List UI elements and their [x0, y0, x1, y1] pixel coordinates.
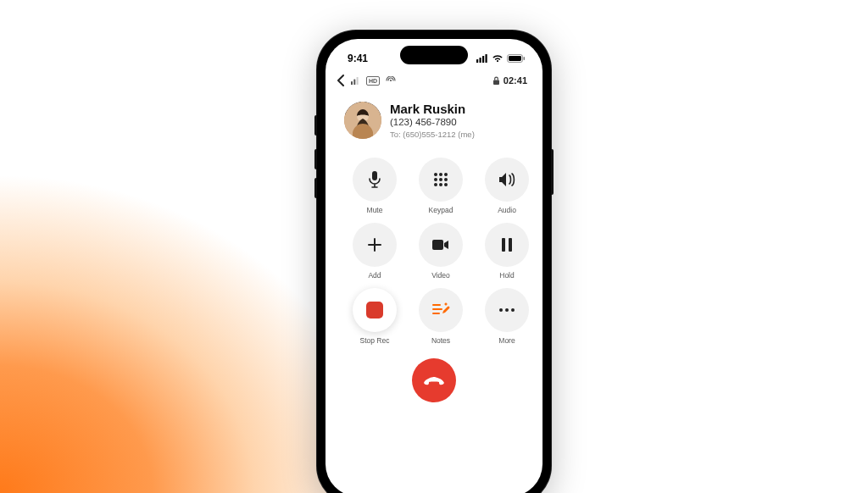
notes-button[interactable] [419, 288, 463, 332]
svg-point-18 [434, 178, 437, 181]
nav-right: 02:41 [492, 75, 527, 86]
notes-icon [431, 302, 450, 319]
hd-badge: HD [366, 76, 380, 86]
video-button[interactable] [419, 223, 463, 267]
notes-label: Notes [431, 336, 450, 345]
hold-action: Hold [480, 223, 534, 280]
caller-text: Mark Ruskin (123) 456-7890 To: (650)555-… [390, 102, 475, 139]
add-action: Add [348, 223, 402, 280]
phone-frame: 9:41 HD [317, 30, 551, 493]
call-duration: 02:41 [504, 75, 527, 86]
svg-rect-1 [480, 58, 481, 63]
more-button[interactable] [485, 288, 529, 332]
caller-name: Mark Ruskin [390, 102, 475, 116]
more-icon [498, 307, 515, 313]
mute-button[interactable] [353, 158, 397, 202]
add-button[interactable] [353, 223, 397, 267]
svg-rect-14 [372, 171, 377, 180]
back-button[interactable] [336, 75, 346, 86]
svg-rect-3 [486, 54, 487, 63]
keypad-button[interactable] [419, 158, 463, 202]
keypad-label: Keypad [429, 206, 453, 214]
screen: 9:41 HD [326, 39, 542, 493]
caller-to-line: To: (650)555-1212 (me) [390, 130, 475, 139]
svg-point-20 [444, 178, 448, 181]
svg-point-22 [439, 183, 442, 186]
svg-rect-5 [509, 56, 521, 61]
svg-rect-11 [493, 80, 499, 85]
svg-point-23 [444, 183, 448, 186]
notes-action: Notes [414, 288, 468, 345]
audio-label: Audio [498, 206, 516, 214]
cellular-icon [476, 54, 488, 63]
svg-point-28 [505, 308, 509, 312]
hangup-icon [422, 374, 446, 386]
svg-rect-24 [432, 240, 443, 250]
add-label: Add [368, 271, 381, 280]
more-action: More [480, 288, 534, 345]
svg-point-29 [511, 308, 515, 312]
audio-action: Audio [480, 158, 534, 214]
battery-icon [507, 54, 526, 63]
more-label: More [498, 336, 515, 345]
svg-point-10 [390, 80, 392, 81]
pause-icon [500, 237, 514, 252]
audio-button[interactable] [485, 158, 529, 202]
end-call-row [326, 345, 542, 402]
svg-point-21 [434, 183, 437, 186]
stop-rec-action: Stop Rec [348, 288, 402, 345]
svg-point-16 [439, 173, 442, 176]
stop-rec-label: Stop Rec [360, 336, 390, 345]
audio-route-icon [385, 76, 397, 85]
svg-rect-7 [351, 81, 353, 85]
svg-rect-8 [353, 80, 355, 86]
svg-point-27 [499, 308, 503, 312]
keypad-action: Keypad [414, 158, 468, 214]
caller-phone: (123) 456-7890 [390, 117, 475, 127]
svg-rect-2 [482, 56, 484, 63]
speaker-icon [498, 171, 516, 188]
end-call-button[interactable] [412, 358, 456, 402]
dynamic-island [400, 46, 468, 64]
status-right [476, 54, 526, 63]
caller-avatar [344, 102, 381, 139]
status-time: 9:41 [348, 53, 368, 64]
svg-rect-6 [524, 57, 526, 60]
hold-label: Hold [499, 271, 514, 280]
mute-action: Mute [348, 158, 402, 214]
svg-point-19 [439, 178, 442, 181]
svg-rect-9 [357, 77, 359, 85]
hold-button[interactable] [485, 223, 529, 267]
mute-label: Mute [367, 206, 383, 214]
svg-point-17 [444, 173, 448, 176]
svg-rect-26 [509, 238, 512, 252]
plus-icon [366, 236, 383, 253]
svg-rect-25 [502, 238, 505, 252]
keypad-icon [432, 171, 449, 188]
video-action: Video [414, 223, 468, 280]
nav-bar: HD 02:41 [326, 69, 542, 90]
caller-card: Mark Ruskin (123) 456-7890 To: (650)555-… [326, 90, 542, 146]
video-label: Video [431, 271, 450, 280]
mic-icon [366, 170, 383, 189]
svg-point-15 [434, 173, 437, 176]
wifi-icon [492, 54, 504, 63]
action-grid: Mute Keypad [326, 146, 542, 345]
signal-strength-icon [351, 76, 361, 85]
video-icon [431, 238, 450, 252]
lock-icon [492, 76, 500, 86]
stop-rec-button[interactable] [353, 288, 397, 332]
svg-rect-0 [476, 59, 478, 63]
stop-record-icon [366, 302, 383, 319]
nav-left: HD [336, 75, 397, 86]
